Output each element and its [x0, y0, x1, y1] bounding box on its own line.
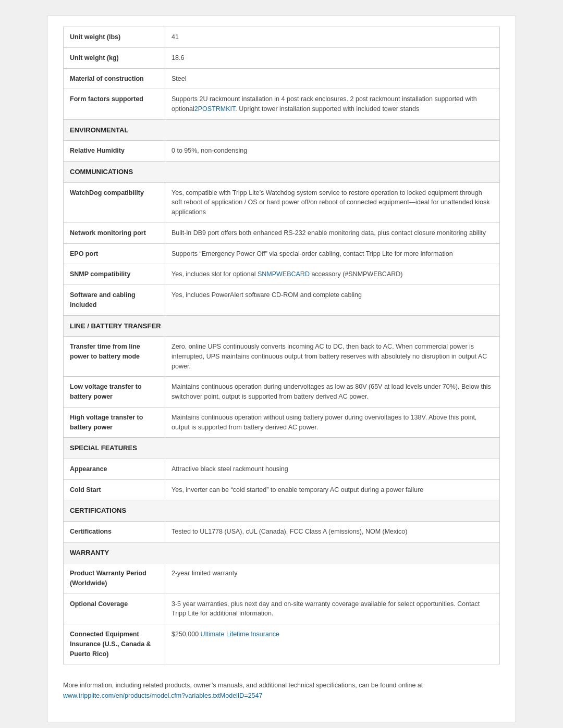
- spec-value: 3-5 year warranties, plus next day and o…: [165, 594, 500, 624]
- spec-value: Built-in DB9 port offers both enhanced R…: [165, 223, 500, 243]
- spec-value-text: $250,000: [172, 631, 201, 638]
- spec-label: WatchDog compatibility: [64, 182, 165, 223]
- spec-label: SNMP compatibility: [64, 264, 165, 285]
- spec-value: $250,000 Ultimate Lifetime Insurance: [165, 624, 500, 664]
- spec-value: Yes, includes PowerAlert software CD-ROM…: [165, 285, 500, 316]
- spec-label: EPO port: [64, 243, 165, 264]
- spec-label: Unit weight (lbs): [64, 27, 165, 48]
- spec-value: 18.6: [165, 47, 500, 68]
- spec-label: Optional Coverage: [64, 594, 165, 624]
- spec-label: High voltage transfer to battery power: [64, 407, 165, 438]
- spec-value: Attractive black steel rackmount housing: [165, 459, 500, 479]
- spec-label: Cold Start: [64, 479, 165, 500]
- section-header-row: ENVIRONMENTAL: [64, 119, 500, 141]
- spec-label: Certifications: [64, 521, 165, 542]
- spec-value: 0 to 95%, non-condensing: [165, 141, 500, 162]
- spec-label: Form factors supported: [64, 89, 165, 120]
- spec-value: Tested to UL1778 (USA), cUL (Canada), FC…: [165, 521, 500, 542]
- section-header-row: SPECIAL FEATURES: [64, 438, 500, 459]
- spec-value: Supports “Emergency Power Off” via speci…: [165, 243, 500, 264]
- footer-link[interactable]: www.tripplite.com/en/products/model.cfm?…: [63, 692, 262, 699]
- spec-label: Connected Equipment Insurance (U.S., Can…: [64, 624, 165, 664]
- spec-value-link[interactable]: Ultimate Lifetime Insurance: [201, 631, 279, 638]
- spec-label: Software and cabling included: [64, 285, 165, 316]
- page-container: Unit weight (lbs)41Unit weight (kg)18.6M…: [47, 16, 516, 722]
- footer-intro: More information, including related prod…: [63, 682, 423, 689]
- spec-value: Yes, compatible with Tripp Lite’s Watchd…: [165, 182, 500, 223]
- spec-value-link[interactable]: SNMPWEBCARD: [258, 270, 310, 278]
- spec-label: Product Warranty Period (Worldwide): [64, 563, 165, 594]
- section-header-row: WARRANTY: [64, 542, 500, 563]
- spec-value-text-after: accessory (#SNMPWEBCARD): [310, 270, 403, 278]
- spec-value-link[interactable]: 2POSTRMKIT: [194, 105, 236, 113]
- spec-label: Network monitoring port: [64, 223, 165, 243]
- section-header-row: LINE / BATTERY TRANSFER: [64, 315, 500, 337]
- spec-value: Maintains continuous operation during un…: [165, 377, 500, 408]
- spec-label: Material of construction: [64, 68, 165, 89]
- spec-value: Steel: [165, 68, 500, 89]
- spec-value: 41: [165, 27, 500, 48]
- specs-table: Unit weight (lbs)41Unit weight (kg)18.6M…: [63, 27, 500, 664]
- spec-value: Maintains continuous operation without u…: [165, 407, 500, 438]
- spec-label: Transfer time from line power to battery…: [64, 337, 165, 377]
- spec-value: Yes, inverter can be “cold started” to e…: [165, 479, 500, 500]
- spec-value: Yes, includes slot for optional SNMPWEBC…: [165, 264, 500, 285]
- footer-text: More information, including related prod…: [63, 680, 500, 701]
- section-header-row: CERTIFICATIONS: [64, 500, 500, 522]
- spec-label: Unit weight (kg): [64, 47, 165, 68]
- spec-label: Appearance: [64, 459, 165, 479]
- spec-label: Low voltage transfer to battery power: [64, 377, 165, 408]
- section-header-row: COMMUNICATIONS: [64, 162, 500, 183]
- spec-label: Relative Humidity: [64, 141, 165, 162]
- spec-value: Supports 2U rackmount installation in 4 …: [165, 89, 500, 120]
- spec-value-text: Yes, includes slot for optional: [172, 270, 258, 278]
- spec-value: Zero, online UPS continuously converts i…: [165, 337, 500, 377]
- spec-value-text-after: . Upright tower installation supported w…: [235, 105, 419, 113]
- spec-value: 2-year limited warranty: [165, 563, 500, 594]
